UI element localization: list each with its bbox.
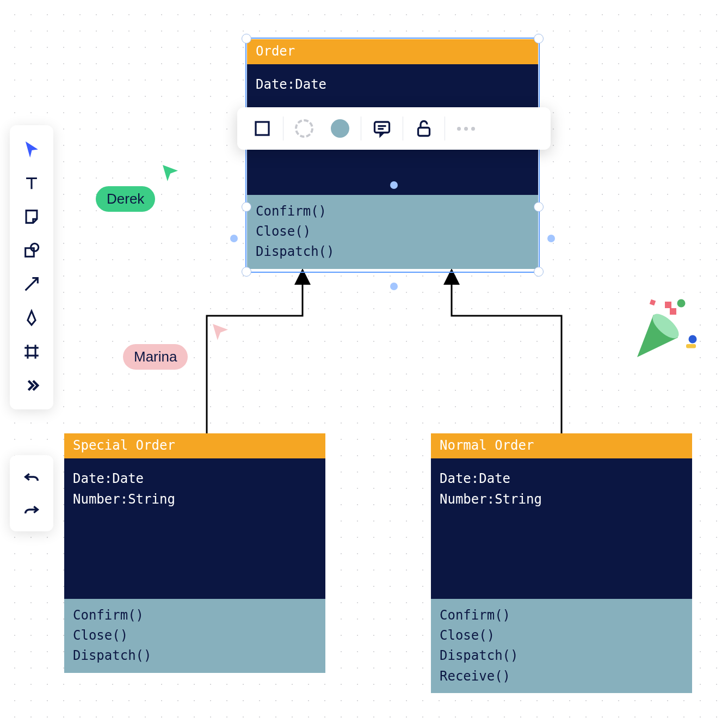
method-row: Close() xyxy=(440,626,683,646)
comment-button[interactable] xyxy=(367,113,397,144)
uml-title: Order xyxy=(247,39,538,64)
separator xyxy=(445,117,445,140)
sticky-note-tool[interactable] xyxy=(15,200,48,233)
method-row: Confirm() xyxy=(440,605,683,626)
arrow-tool[interactable] xyxy=(15,268,48,301)
uml-methods: Confirm() Close() Dispatch() xyxy=(247,195,538,269)
svg-point-10 xyxy=(689,335,697,344)
svg-rect-4 xyxy=(418,128,430,136)
method-row: Dispatch() xyxy=(256,242,529,262)
history-toolbar xyxy=(10,455,53,531)
select-tool[interactable] xyxy=(15,133,48,166)
attr-row: Date:Date xyxy=(440,468,683,489)
attr-row: Number:String xyxy=(440,489,683,510)
pen-tool[interactable] xyxy=(15,302,48,334)
svg-rect-5 xyxy=(26,248,34,257)
uml-methods: Confirm() Close() Dispatch() Receive() xyxy=(431,599,692,693)
fill-color-button[interactable] xyxy=(325,113,355,144)
tool-toolbar xyxy=(10,125,53,409)
cursor-icon xyxy=(209,320,232,343)
attr-row: Number:String xyxy=(73,489,317,510)
cursor-icon xyxy=(159,161,182,184)
presence-tag: Derek xyxy=(96,186,155,212)
undo-button[interactable] xyxy=(15,461,48,493)
context-toolbar[interactable] xyxy=(237,107,551,150)
svg-rect-0 xyxy=(256,122,269,135)
uml-methods: Confirm() Close() Dispatch() xyxy=(64,599,325,673)
method-row: Confirm() xyxy=(73,605,317,626)
method-row: Confirm() xyxy=(256,201,529,222)
presence-derek: Derek xyxy=(96,186,155,212)
frame-tool[interactable] xyxy=(15,335,48,368)
uml-class-special-order[interactable]: Special Order Date:Date Number:String Co… xyxy=(64,433,325,673)
uml-attributes: Date:Date Number:String xyxy=(431,458,692,599)
ellipsis-icon xyxy=(457,127,475,131)
uml-class-order[interactable]: Order Date:Date Confirm() Close() Dispat… xyxy=(247,39,538,269)
separator xyxy=(283,117,283,140)
presence-tag: Marina xyxy=(123,344,188,370)
more-options-button[interactable] xyxy=(451,113,481,144)
attr-row: Date:Date xyxy=(256,74,529,95)
separator xyxy=(403,117,403,140)
dashed-circle-icon xyxy=(295,119,313,138)
svg-rect-11 xyxy=(686,344,696,348)
method-row: Dispatch() xyxy=(440,646,683,666)
method-row: Close() xyxy=(73,626,317,646)
uml-attributes: Date:Date Number:String xyxy=(64,458,325,599)
redo-button[interactable] xyxy=(15,493,48,526)
method-row: Close() xyxy=(256,222,529,242)
method-row: Dispatch() xyxy=(73,646,317,666)
attr-row: Date:Date xyxy=(73,468,317,489)
uml-title: Special Order xyxy=(64,433,325,458)
svg-point-9 xyxy=(677,299,686,308)
shape-style-button[interactable] xyxy=(247,113,277,144)
lock-button[interactable] xyxy=(409,113,439,144)
uml-title: Normal Order xyxy=(431,433,692,458)
party-popper-sticker[interactable] xyxy=(619,290,701,372)
presence-marina: Marina xyxy=(123,344,188,370)
fill-swatch-icon xyxy=(331,119,349,138)
text-tool[interactable] xyxy=(15,167,48,199)
more-tools[interactable] xyxy=(15,369,48,402)
method-row: Receive() xyxy=(440,666,683,687)
svg-rect-1 xyxy=(375,122,390,133)
uml-class-normal-order[interactable]: Normal Order Date:Date Number:String Con… xyxy=(431,433,692,693)
border-style-button[interactable] xyxy=(289,113,319,144)
separator xyxy=(361,117,361,140)
shape-tool[interactable] xyxy=(15,234,48,267)
